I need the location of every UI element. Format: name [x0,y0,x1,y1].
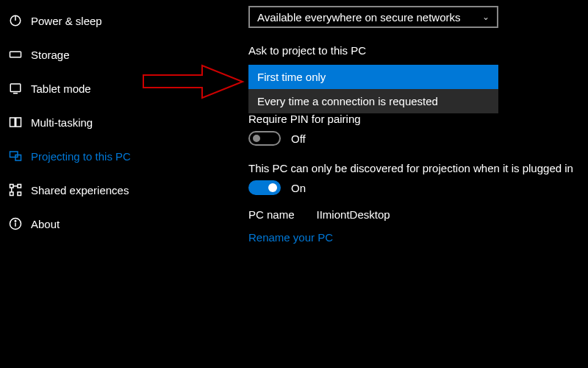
sidebar-item-label: Tablet mode [31,82,91,95]
svg-rect-2 [10,52,21,57]
shared-icon [7,182,24,198]
availability-dropdown[interactable]: Available everywhere on secure networks … [248,6,498,28]
sidebar-item-storage[interactable]: Storage [0,38,176,71]
ask-option-label: Every time a connection is requested [257,95,438,107]
svg-rect-9 [10,185,14,188]
sidebar-item-power-sleep[interactable]: Power & sleep [0,4,176,38]
chevron-down-icon: ⌄ [482,12,490,22]
sidebar-item-tablet-mode[interactable]: Tablet mode [0,71,176,105]
svg-rect-3 [10,84,21,92]
power-icon [7,13,24,29]
ask-project-dropdown: First time only Every time a connection … [248,65,498,113]
projecting-icon [7,148,24,164]
storage-icon [7,46,24,63]
rename-pc-link[interactable]: Rename your PC [248,231,333,244]
pc-name-value: IImiontDesktop [317,208,390,221]
svg-rect-10 [18,185,21,188]
sidebar-item-projecting[interactable]: Projecting to this PC [0,139,176,173]
info-icon [7,216,24,232]
sidebar-item-label: Projecting to this PC [31,150,131,163]
svg-point-17 [15,221,16,222]
svg-rect-11 [10,192,14,196]
sidebar-item-shared-experiences[interactable]: Shared experiences [0,173,176,207]
svg-rect-5 [10,118,15,127]
svg-rect-6 [16,118,21,127]
svg-rect-12 [18,192,21,196]
require-pin-label: Require PIN for pairing [248,113,581,125]
sidebar-item-label: Multi-tasking [31,116,93,129]
sidebar-item-multitasking[interactable]: Multi-tasking [0,105,176,139]
sidebar-item-label: Shared experiences [31,184,129,197]
sidebar-item-label: Power & sleep [31,15,102,27]
discover-toggle[interactable] [248,180,281,195]
settings-sidebar: Power & sleep Storage Tablet mode Multi-… [0,0,176,241]
sidebar-item-about[interactable]: About [0,207,176,241]
main-panel: Available everywhere on secure networks … [248,6,581,244]
sidebar-item-label: About [31,218,60,230]
pc-name-label: PC name [248,208,295,221]
ask-option-first-time[interactable]: First time only [248,65,498,89]
svg-rect-4 [13,93,18,94]
require-pin-toggle[interactable] [248,131,281,146]
sidebar-item-label: Storage [31,49,70,61]
require-pin-state: Off [291,132,306,145]
availability-value: Available everywhere on secure networks [257,11,461,24]
ask-project-label: Ask to project to this PC [248,44,581,57]
multitasking-icon [7,114,24,130]
discover-state: On [291,182,306,194]
ask-option-label: First time only [257,71,326,83]
ask-option-every-time[interactable]: Every time a connection is requested [248,89,498,113]
tablet-icon [7,80,24,96]
discover-label: This PC can only be discovered for proje… [248,162,581,174]
